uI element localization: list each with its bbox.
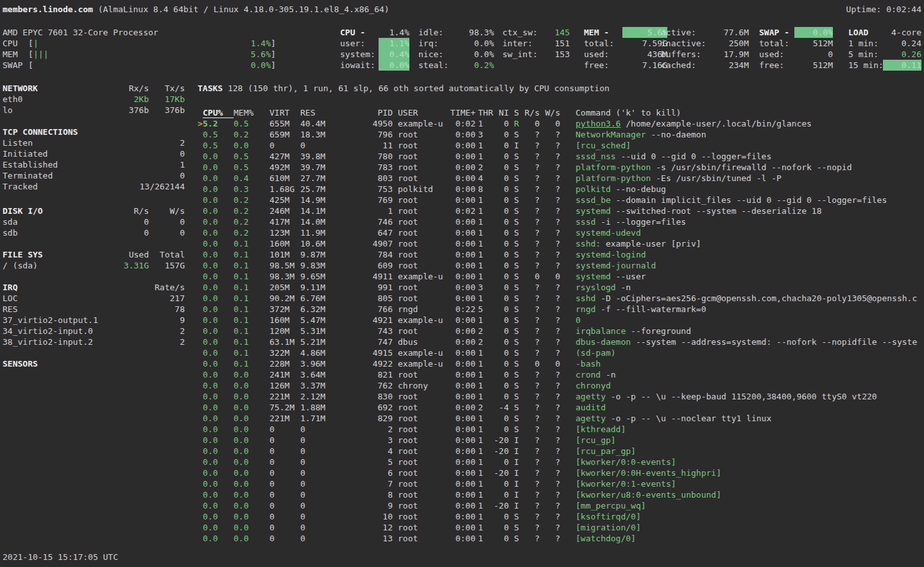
cell-gap [393,500,398,511]
cell-cpu: 0.0 [203,227,234,238]
stat-row-load: 1 min:0.24 [848,38,921,49]
cell-time: 0:00 [447,282,475,293]
stat-label: used: [584,49,622,60]
stat-row-memory-extra: cached:234M [661,60,749,71]
sidebar-row-name: Established [3,159,110,170]
stat-value: 4-core [883,27,921,38]
process-row: 0.50.2659M18.3M796root0:0030S??NetworkMa… [198,129,921,140]
footer-clock: 2021-10-15 15:17:05 UTC [3,552,118,563]
cell-ws: ? [542,478,560,489]
sidebar-row-value1 [110,315,149,326]
cell-time: 0:00 [447,467,475,478]
stat-row-cpu-extra: steal:0.2% [418,60,494,71]
cell-mem: 0.5 [234,118,270,129]
cell-ws: ? [542,293,560,304]
cell-ws: ? [542,369,560,380]
cell-res: 0 [300,435,329,446]
cell-thr: 1 [478,260,493,271]
cell-gap [393,402,398,413]
process-command-args: --no-debug [611,184,666,194]
cell-s: S [514,293,522,304]
stat-row-cpu-extra: irq:0.0% [418,38,494,49]
cell-cmd: agetty -o -p -- \u --noclear tty1 linux [576,413,921,424]
stat-value: 17.9M [715,49,749,60]
cell-res: 5.47M [300,315,329,326]
cell-gap [560,173,576,184]
cell-virt: 0 [270,140,300,151]
cell-mem: 0.2 [234,216,270,227]
cell-pid: 829 [329,413,393,424]
cell-gap [560,446,576,457]
cell-mem: 0.0 [234,446,270,457]
cell-cmd: 0 [576,315,921,326]
cell-cpu: 0.0 [203,435,234,446]
cell-gap [560,315,576,326]
cell-cpu: 0.0 [203,151,234,162]
cell-thr: 1 [478,216,493,227]
process-command-name: auditd [576,403,606,412]
process-command-args: -o -p -- \u --keep-baud 115200,38400,960… [606,392,877,401]
cell-marker [198,533,203,544]
cell-cpu: 0.0 [203,522,234,533]
uptime-label: Uptime: [846,4,882,14]
stat-value: 0.26 [883,49,921,60]
cell-user: root [398,369,447,380]
cell-s: I [514,478,522,489]
cell-s: S [514,216,522,227]
cell-gap [509,151,514,162]
cell-res: 0 [300,446,329,457]
cell-thr: 1 [478,457,493,467]
cell-gap [509,238,514,249]
cell-thr: 3 [478,129,493,140]
process-command-name: sssd [576,217,595,227]
cell-virt: 372M [270,304,300,315]
cell-gap [509,511,514,522]
cell-marker [198,315,203,326]
cell-ws: ? [542,304,560,315]
cell-user: root [398,402,447,413]
cell-ws: ? [542,129,560,140]
cell-thr: 1 [478,358,493,369]
cell-marker [198,358,203,369]
cell-marker [198,380,203,391]
header-ni: NI [493,107,509,118]
cell-virt: 75.2M [270,402,300,413]
cell-gap [393,195,398,205]
process-command-name: (sd-pam) [576,348,616,358]
process-command-name: sssd_nss [576,152,616,161]
cell-ws: ? [542,424,560,435]
cell-gap [560,489,576,500]
cell-s: S [514,380,522,391]
cell-pid: 5 [329,457,393,467]
cell-virt: 0 [270,500,300,511]
cell-user: root [398,282,447,293]
cell-ni: 0 [493,249,509,260]
cell-ni: -20 [493,500,509,511]
cell-user: root [398,413,447,424]
cell-pid: 7 [329,478,393,489]
cell-gap [509,216,514,227]
cell-virt: 655M [270,118,300,129]
cell-pid: 11 [329,140,393,151]
cell-thr: 1 [478,424,493,435]
cell-marker [198,282,203,293]
cell-gap [393,129,398,140]
cell-cmd: python3.6 /home/example-user/.local/bin/… [576,118,921,129]
cell-gap [560,402,576,413]
cell-marker [198,151,203,162]
cell-mem: 0.1 [234,336,270,347]
gauge-percent: 0.0% [251,60,271,71]
cell-user: root [398,489,447,500]
process-command-name: [rcu_par_gp] [576,446,636,456]
cell-gap [560,424,576,435]
cell-mem: 0.1 [234,347,270,358]
process-command-name: platform-python [576,173,651,183]
header-thr: THR [478,107,493,118]
cell-ws: 0 [542,118,560,129]
cell-marker [198,129,203,140]
stat-label: cached: [661,60,715,71]
cell-user: rngd [398,304,447,315]
cell-cmd: sshd -D -oCiphers=aes256-gcm@openssh.com… [576,293,921,304]
cell-cpu: 0.0 [203,238,234,249]
cell-cpu: 0.0 [203,446,234,457]
